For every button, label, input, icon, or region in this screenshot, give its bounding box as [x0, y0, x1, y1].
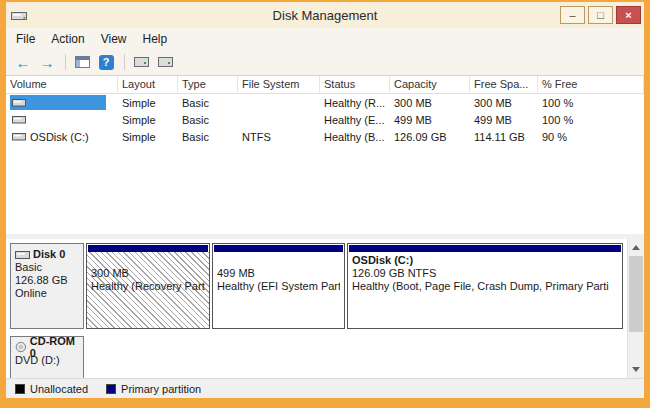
layout-cell: Simple [118, 114, 178, 126]
toolbar: ← → ? [6, 49, 644, 76]
partition-status: Healthy (EFI System Partit [217, 280, 340, 293]
legend-label: Primary partition [121, 383, 201, 395]
partition-size: 499 MB [217, 267, 340, 280]
disk-properties-button[interactable] [154, 51, 176, 73]
cdrom-0-label[interactable]: CD-ROM 0 DVD (D:) [10, 336, 84, 378]
disk-properties-icon [158, 57, 173, 67]
partition-size: 300 MB [91, 267, 205, 280]
toolbar-separator [124, 54, 125, 70]
volume-row-osdisk[interactable]: OSDisk (C:) Simple Basic NTFS Healthy (B… [6, 128, 644, 145]
window-controls: – □ × [560, 6, 644, 24]
scroll-up-button[interactable] [628, 239, 644, 256]
volume-list-pane: Volume Layout Type File System Status Ca… [6, 76, 644, 234]
type-cell: Basic [178, 97, 238, 109]
capacity-cell: 300 MB [390, 97, 470, 109]
partition-status: Healthy (Boot, Page File, Crash Dump, Pr… [352, 280, 618, 293]
partition-osdisk-c[interactable]: OSDisk (C:) 126.09 GB NTFS Healthy (Boot… [347, 243, 623, 329]
volume-cell: OSDisk (C:) [6, 129, 118, 144]
window-title: Disk Management [6, 8, 644, 23]
disk-type: Basic [15, 261, 79, 274]
free-space-cell: 114.11 GB [470, 131, 538, 143]
column-header-volume[interactable]: Volume [6, 76, 118, 93]
help-icon: ? [99, 55, 114, 70]
back-button[interactable]: ← [12, 51, 34, 73]
graphical-view-pane: Disk 0 Basic 126.88 GB Online 300 MB Hea… [6, 239, 644, 378]
disk-size: 126.88 GB [15, 274, 79, 287]
maximize-button[interactable]: □ [588, 6, 613, 24]
legend-label: Unallocated [30, 383, 88, 395]
column-header-pct-free[interactable]: % Free [538, 76, 644, 93]
menu-action[interactable]: Action [43, 30, 92, 48]
partition-efi[interactable]: 499 MB Healthy (EFI System Partit [212, 243, 345, 329]
layout-cell: Simple [118, 131, 178, 143]
free-space-cell: 499 MB [470, 114, 538, 126]
volume-icon [12, 131, 26, 142]
status-cell: Healthy (E... [320, 114, 390, 126]
volume-cell [6, 95, 118, 110]
partition-size: 126.09 GB NTFS [352, 267, 618, 280]
disk-0-label[interactable]: Disk 0 Basic 126.88 GB Online [10, 243, 84, 329]
menubar: File Action View Help [6, 28, 644, 49]
scrollbar-thumb[interactable] [629, 256, 643, 332]
minimize-button[interactable]: – [560, 6, 585, 24]
close-button[interactable]: × [616, 6, 641, 24]
toolbar-separator [65, 54, 66, 70]
app-icon disk-icon[interactable] [11, 9, 27, 22]
forward-icon: → [40, 55, 55, 70]
legend-primary-partition: Primary partition [106, 383, 201, 395]
partition-status: Healthy (Recovery Parti [91, 280, 205, 293]
column-header-layout[interactable]: Layout [118, 76, 178, 93]
cdrom-media-area[interactable] [86, 336, 623, 378]
volume-icon [12, 114, 26, 125]
status-cell: Healthy (R... [320, 97, 390, 109]
volume-label: OSDisk (C:) [10, 129, 114, 144]
volume-name: OSDisk (C:) [30, 131, 89, 143]
partition-name [91, 254, 205, 267]
primary-partition-swatch [106, 384, 116, 394]
back-icon: ← [16, 55, 31, 70]
scroll-up-icon [632, 245, 640, 250]
column-header-file-system[interactable]: File System [238, 76, 320, 93]
capacity-cell: 499 MB [390, 114, 470, 126]
disk-name: Disk 0 [33, 248, 65, 260]
vertical-scrollbar[interactable] [627, 239, 644, 378]
partition-name: OSDisk (C:) [352, 254, 618, 267]
scroll-down-icon [632, 367, 640, 372]
forward-button[interactable]: → [36, 51, 58, 73]
partition-color-band [88, 245, 208, 252]
layout-cell: Simple [118, 97, 178, 109]
column-header-status[interactable]: Status [320, 76, 390, 93]
menu-file[interactable]: File [8, 30, 43, 48]
column-header-free-space[interactable]: Free Spa... [470, 76, 538, 93]
partition-recovery[interactable]: 300 MB Healthy (Recovery Parti [86, 243, 210, 329]
menu-help[interactable]: Help [135, 30, 176, 48]
volume-list-header: Volume Layout Type File System Status Ca… [6, 76, 644, 94]
partition-color-band [349, 245, 621, 252]
disk-0-row: Disk 0 Basic 126.88 GB Online 300 MB Hea… [10, 243, 623, 329]
partition-color-band [214, 245, 343, 252]
disk-0-partitions: 300 MB Healthy (Recovery Parti 499 MB He… [86, 243, 623, 329]
legend-bar: Unallocated Primary partition [6, 378, 644, 398]
disk-view-icon [134, 57, 149, 67]
volume-icon [12, 97, 26, 108]
legend-unallocated: Unallocated [15, 383, 88, 395]
menu-view[interactable]: View [93, 30, 135, 48]
volume-label [10, 112, 114, 127]
status-cell: Healthy (B... [320, 131, 390, 143]
type-cell: Basic [178, 114, 238, 126]
help-button[interactable]: ? [95, 51, 117, 73]
window-inner: Disk Management – □ × File Action View H… [6, 2, 644, 398]
volume-row-recovery[interactable]: Simple Basic Healthy (R... 300 MB 300 MB… [6, 94, 644, 111]
pct-free-cell: 100 % [538, 97, 644, 109]
show-console-tree-button[interactable] [71, 51, 93, 73]
disk-icon [15, 249, 30, 260]
volume-cell [6, 112, 118, 127]
column-header-capacity[interactable]: Capacity [390, 76, 470, 93]
console-tree-icon [75, 56, 90, 68]
scroll-down-button[interactable] [628, 361, 644, 378]
volume-row-efi[interactable]: Simple Basic Healthy (E... 499 MB 499 MB… [6, 111, 644, 128]
column-header-type[interactable]: Type [178, 76, 238, 93]
file-system-cell: NTFS [238, 131, 320, 143]
titlebar[interactable]: Disk Management – □ × [6, 2, 644, 28]
disk-view-button[interactable] [130, 51, 152, 73]
